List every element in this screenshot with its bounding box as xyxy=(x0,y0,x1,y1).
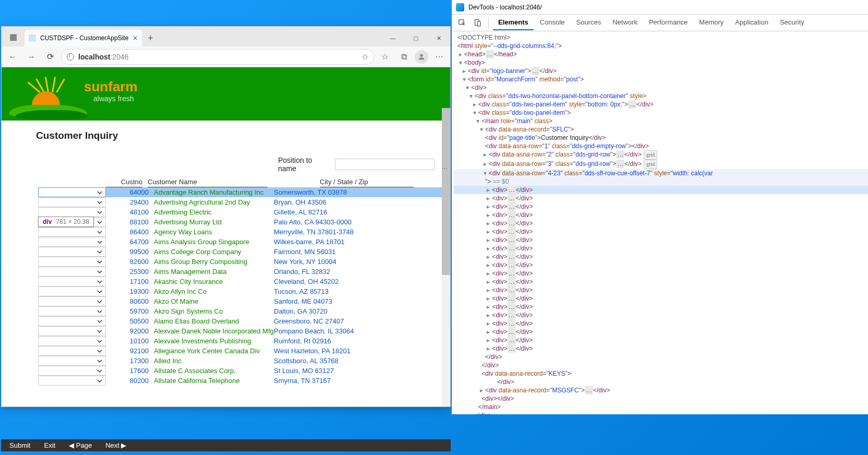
table-row[interactable]: 17300Allied IncScottsboro, AL 35768 xyxy=(38,356,450,366)
new-tab-button[interactable]: + xyxy=(142,30,159,46)
row-select[interactable] xyxy=(38,316,106,326)
row-select[interactable] xyxy=(38,267,106,277)
row-select[interactable] xyxy=(38,366,106,376)
row-select[interactable] xyxy=(38,237,106,247)
maximize-button[interactable]: ▢ xyxy=(404,30,427,46)
edge-icon xyxy=(456,3,464,11)
row-select[interactable] xyxy=(38,257,106,267)
table-row[interactable]: 64000Advantage Ranch Manufacturing IncSo… xyxy=(38,187,450,197)
customer-grid: Custno Customer Name City / State / Zip … xyxy=(38,177,450,386)
svg-point-0 xyxy=(420,54,423,56)
cell-name: Aims Analysis Group Singapore xyxy=(154,238,274,246)
url-host: localhost xyxy=(78,53,110,61)
devtools-tab-sources[interactable]: Sources xyxy=(571,15,607,30)
cell-custno: 80600 xyxy=(117,297,154,305)
cell-name: Akzo Allyn Inc Co xyxy=(154,288,274,295)
page-title: Customer Inquiry xyxy=(36,130,450,141)
profile-avatar[interactable] xyxy=(415,50,428,64)
scrollbar-thumb[interactable] xyxy=(442,108,450,275)
table-row[interactable]: 50500Alamo Elias Board OverlandGreensbor… xyxy=(38,316,450,326)
reader-icon[interactable]: ✩ xyxy=(362,53,368,61)
close-button[interactable]: ✕ xyxy=(427,30,450,46)
row-select[interactable] xyxy=(38,346,106,356)
collections-icon[interactable]: ⧉ xyxy=(396,49,412,65)
cell-city: Palo Alto, CA 94303-0000 xyxy=(274,218,368,226)
table-row[interactable]: 25300Aims Management DataOrlando, FL 328… xyxy=(38,267,450,277)
row-select[interactable] xyxy=(38,247,106,257)
cell-name: Alexvale Investments Publishing xyxy=(154,337,274,345)
inspect-tool-icon[interactable] xyxy=(455,16,468,30)
row-select[interactable] xyxy=(38,187,106,197)
table-row[interactable]: 68100Advertising Murray LtdPalo Alto, CA… xyxy=(38,217,450,227)
site-info-icon[interactable] xyxy=(67,53,74,61)
devtools-tab-network[interactable]: Network xyxy=(607,15,643,30)
devtools-tab-elements[interactable]: Elements xyxy=(493,15,534,30)
address-bar[interactable]: localhost:2046 ✩ xyxy=(61,49,374,65)
row-select[interactable] xyxy=(38,227,106,237)
forward-button[interactable]: → xyxy=(23,49,39,65)
row-select[interactable] xyxy=(38,306,106,316)
cell-custno: 99500 xyxy=(117,248,154,256)
devtools-tab-security[interactable]: Security xyxy=(775,15,810,30)
table-row[interactable]: 82600Aims Group Berry CompositingNew Yor… xyxy=(38,257,450,267)
row-select[interactable] xyxy=(38,336,106,346)
cell-name: Advantage Ranch Manufacturing Inc xyxy=(154,188,274,196)
table-row[interactable]: 10100Alexvale Investments PublishingRumf… xyxy=(38,336,450,346)
row-select[interactable] xyxy=(38,197,106,207)
position-input[interactable] xyxy=(335,159,435,170)
svg-rect-3 xyxy=(477,21,480,26)
minimize-button[interactable]: — xyxy=(381,30,404,46)
cell-city: St Louis, MO 63127 xyxy=(274,367,368,375)
submit-button[interactable]: Submit xyxy=(9,441,30,449)
cell-custno: 17300 xyxy=(117,357,154,365)
table-row[interactable]: 99500Aims College Corp CompanyFairmont, … xyxy=(38,247,450,257)
cell-name: Allied Inc xyxy=(154,357,274,365)
cell-custno: 68100 xyxy=(117,218,154,226)
table-row[interactable]: 48100Advertising ElectricGillette, AL 82… xyxy=(38,207,450,217)
refresh-button[interactable]: ⟳ xyxy=(42,49,58,65)
cell-city: Fairmont, MN 56031 xyxy=(274,248,368,256)
row-select[interactable] xyxy=(38,207,106,217)
page-button[interactable]: ◀ Page xyxy=(69,441,92,449)
cell-city: Greensboro, NC 27407 xyxy=(274,317,368,325)
col-name: Customer Name xyxy=(148,177,268,187)
tooltip-dimensions: 781 × 20.38 xyxy=(56,218,89,225)
devtools-dom-tree[interactable]: <!DOCTYPE html> <html style="--dds-grid-… xyxy=(452,31,868,414)
table-row[interactable]: 64700Aims Analysis Group SingaporeWilkes… xyxy=(38,237,450,247)
tab-actions-icon[interactable]: ▦ xyxy=(2,27,25,46)
row-select[interactable] xyxy=(38,277,106,286)
row-select[interactable] xyxy=(38,356,106,366)
exit-button[interactable]: Exit xyxy=(44,441,55,449)
next-button[interactable]: Next ▶ xyxy=(105,441,126,449)
row-select[interactable] xyxy=(38,376,106,386)
favorites-icon[interactable]: ☆ xyxy=(377,49,393,65)
devtools-overflow-icon[interactable]: ⋯ xyxy=(441,165,448,172)
cell-city: Tucson, AZ 85713 xyxy=(274,288,368,295)
browser-tab[interactable]: CUSTDSPF - CustomerAppSite ✕ xyxy=(25,30,142,46)
table-row[interactable]: 92100Allegiance York Center Canada DivWe… xyxy=(38,346,450,356)
table-row[interactable]: 17600Allstate C Associates Corp.St Louis… xyxy=(38,366,450,376)
position-label: Position to name xyxy=(278,156,330,173)
row-select[interactable] xyxy=(38,296,106,306)
table-row[interactable]: 29400Advertising Agricultural 2nd DayBry… xyxy=(38,197,450,207)
menu-icon[interactable]: ⋯ xyxy=(431,49,447,65)
devtools-tab-performance[interactable]: Performance xyxy=(644,15,693,30)
cell-city: Cleveland, OH 45202 xyxy=(274,278,368,285)
devtools-tab-console[interactable]: Console xyxy=(535,15,570,30)
device-tool-icon[interactable] xyxy=(471,16,484,30)
table-row[interactable]: 59700Akzo Sign Systems CoDalton, GA 3072… xyxy=(38,306,450,316)
table-row[interactable]: 80600Akzo Of MaineSanford, ME 04073 xyxy=(38,296,450,306)
row-select[interactable] xyxy=(38,286,106,296)
devtools-tab-application[interactable]: Application xyxy=(730,15,774,30)
table-row[interactable]: 80200Allstate California TelephoneSmyrna… xyxy=(38,376,450,386)
row-select[interactable] xyxy=(38,326,106,336)
table-row[interactable]: 92000Alexvale Danek Noble Incorporated M… xyxy=(38,326,450,336)
devtools-tab-memory[interactable]: Memory xyxy=(694,15,729,30)
back-button[interactable]: ← xyxy=(5,49,20,65)
table-row[interactable]: 19300Akzo Allyn Inc CoTucson, AZ 85713 xyxy=(38,286,450,296)
window-controls: — ▢ ✕ xyxy=(381,30,450,46)
cell-city: Gillette, AL 82716 xyxy=(274,208,368,216)
table-row[interactable]: 86400Agency Way LoansMerryville, TN 3780… xyxy=(38,227,450,237)
tab-close-icon[interactable]: ✕ xyxy=(132,34,138,42)
table-row[interactable]: 17100Akashic City InsuranceCleveland, OH… xyxy=(38,277,450,286)
